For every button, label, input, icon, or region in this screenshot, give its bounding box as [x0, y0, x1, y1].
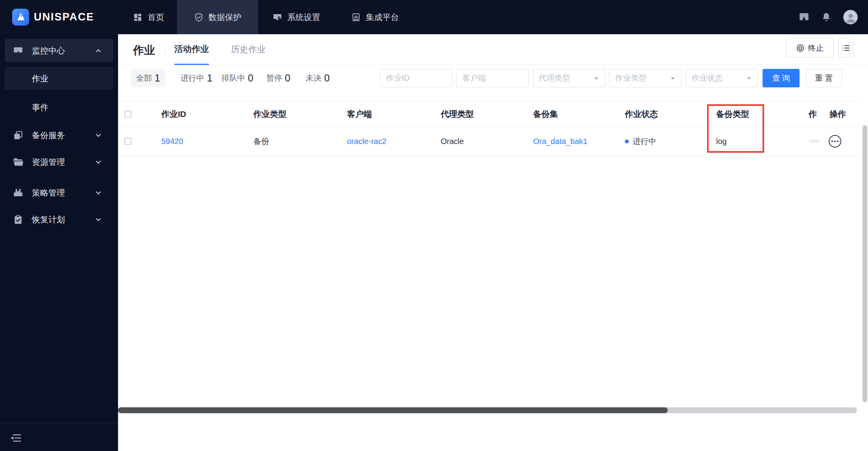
query-button[interactable]: 查 询	[763, 69, 800, 87]
clipboard-check-icon	[13, 214, 23, 225]
vertical-scrollbar-thumb[interactable]	[862, 125, 867, 402]
chip-label: 未决	[306, 73, 321, 83]
chip-label: 全部	[136, 73, 152, 83]
avatar[interactable]	[843, 10, 858, 24]
filter-chip-pending[interactable]: 未决 0	[301, 69, 335, 87]
chip-count: 1	[207, 72, 212, 84]
folder-icon	[13, 157, 23, 167]
col-actions: 操作	[829, 109, 846, 120]
col-client: 客户端	[347, 109, 372, 120]
backup-set-link[interactable]: Ora_data_bak1	[533, 137, 587, 146]
filter-chip-running[interactable]: 进行中 1	[175, 69, 218, 87]
sidebar-footer-divider	[0, 423, 118, 423]
tab-history-jobs[interactable]: 历史作业	[231, 34, 266, 65]
monitor-chat-icon	[13, 46, 23, 56]
sidebar-item-jobs[interactable]: 作业	[5, 67, 113, 90]
job-status-select[interactable]: 作业状态	[685, 69, 758, 87]
col-backup-set: 备份集	[533, 109, 558, 120]
sidebar-group-label: 资源管理	[32, 157, 65, 168]
device-icon	[13, 188, 23, 198]
nav-item-integration-platform[interactable]: 集成平台	[351, 0, 399, 34]
sidebar-group-recovery-plan[interactable]: 恢复计划	[5, 208, 113, 231]
nav-right-icons	[799, 0, 858, 34]
col-job-type: 作业类型	[253, 109, 286, 120]
job-id-link[interactable]: 59420	[161, 137, 183, 146]
chip-label: 暂停	[266, 73, 282, 83]
monitor-gear-icon	[273, 13, 282, 22]
chip-count: 0	[285, 72, 290, 84]
top-nav-bar: UNISPACE 首页 数据保护 系统设置	[0, 0, 868, 34]
col-agent-type: 代理类型	[441, 109, 474, 120]
sidebar-group-monitoring-center[interactable]: 监控中心	[5, 39, 113, 62]
reset-button[interactable]: 重 置	[806, 69, 842, 87]
chip-label: 排队中	[222, 73, 245, 83]
sidebar-item-events[interactable]: 事件	[5, 96, 113, 119]
nav-item-data-protection[interactable]: 数据保护	[177, 0, 258, 34]
chip-count: 0	[248, 72, 253, 84]
col-truncated: 作	[809, 109, 817, 120]
tab-active-jobs[interactable]: 活动作业	[174, 34, 209, 65]
chevron-down-icon	[94, 131, 102, 139]
message-icon[interactable]	[799, 12, 809, 22]
status-label: 进行中	[633, 136, 656, 147]
dashboard-icon	[133, 13, 142, 22]
brand-logo[interactable]	[12, 9, 29, 26]
agent-type-value: Oracle	[441, 137, 464, 146]
progress-placeholder	[809, 140, 820, 143]
chevron-up-icon	[94, 47, 102, 55]
chart-board-icon	[351, 13, 361, 22]
sidebar-group-label: 策略管理	[32, 187, 65, 198]
col-job-id: 作业ID	[161, 109, 186, 120]
horizontal-scrollbar[interactable]	[118, 407, 857, 413]
chip-count: 0	[324, 72, 330, 84]
filter-chip-paused[interactable]: 暂停 0	[261, 69, 295, 87]
filter-chip-queued[interactable]: 排队中 0	[216, 69, 259, 87]
nav-item-label: 系统设置	[287, 12, 320, 23]
sidebar-group-resource-management[interactable]: 资源管理	[5, 150, 113, 174]
job-type-select[interactable]: 作业类型	[609, 69, 681, 87]
page-title: 作业	[133, 43, 155, 58]
sidebar-collapse-icon[interactable]	[10, 433, 22, 444]
nav-item-label: 集成平台	[366, 12, 399, 23]
status-dot	[625, 139, 629, 143]
sidebar-group-backup-services[interactable]: 备份服务	[5, 124, 113, 147]
chip-label: 进行中	[181, 73, 204, 83]
filter-chip-all[interactable]: 全部 1	[131, 69, 165, 87]
header-divider	[165, 44, 166, 56]
sidebar-item-label: 事件	[32, 102, 48, 113]
row-actions-more-icon[interactable]	[829, 135, 841, 148]
brand-name: UNISPACE	[34, 11, 94, 23]
table-row: 59420 备份 oracle-rac2 Oracle Ora_data_bak…	[118, 127, 862, 156]
nav-item-label: 首页	[148, 12, 164, 23]
nav-item-label: 数据保护	[209, 12, 242, 23]
shield-icon	[194, 13, 203, 22]
job-type-value: 备份	[253, 136, 269, 147]
sidebar: 监控中心 作业 事件 备份服务 资源管理	[0, 34, 118, 451]
nav-item-home[interactable]: 首页	[133, 0, 164, 34]
list-icon	[841, 43, 851, 53]
agent-type-select[interactable]: 代理类型	[533, 69, 605, 87]
terminate-label: 终止	[808, 43, 824, 54]
horizontal-scrollbar-thumb[interactable]	[118, 407, 668, 413]
job-id-input[interactable]	[380, 69, 452, 87]
caret-down-icon	[746, 76, 752, 81]
row-checkbox[interactable]	[124, 138, 131, 145]
bell-icon[interactable]	[821, 12, 831, 22]
select-all-checkbox[interactable]	[124, 111, 131, 118]
backup-type-value: log	[716, 137, 727, 146]
chip-count: 1	[155, 72, 160, 84]
terminate-button[interactable]: 终止	[786, 39, 834, 57]
sidebar-group-label: 监控中心	[32, 45, 65, 56]
client-input[interactable]	[456, 69, 529, 87]
chevron-down-icon	[94, 216, 102, 224]
sidebar-group-policy-management[interactable]: 策略管理	[5, 181, 113, 204]
filter-row: 全部 1 进行中 1 排队中 0 暂停 0 未决 0 代理类型 作业类型	[118, 69, 868, 87]
client-link[interactable]: oracle-rac2	[347, 137, 386, 146]
sidebar-group-label: 恢复计划	[32, 214, 65, 225]
mountain-logo-icon	[15, 11, 27, 23]
view-list-button[interactable]	[838, 39, 853, 57]
nav-item-system-settings[interactable]: 系统设置	[273, 0, 320, 34]
page-header: 作业 活动作业 历史作业 终止	[118, 34, 868, 65]
select-placeholder: 作业状态	[691, 73, 723, 83]
main-content: 作业 活动作业 历史作业 终止 全部 1 进行中 1	[118, 34, 868, 451]
